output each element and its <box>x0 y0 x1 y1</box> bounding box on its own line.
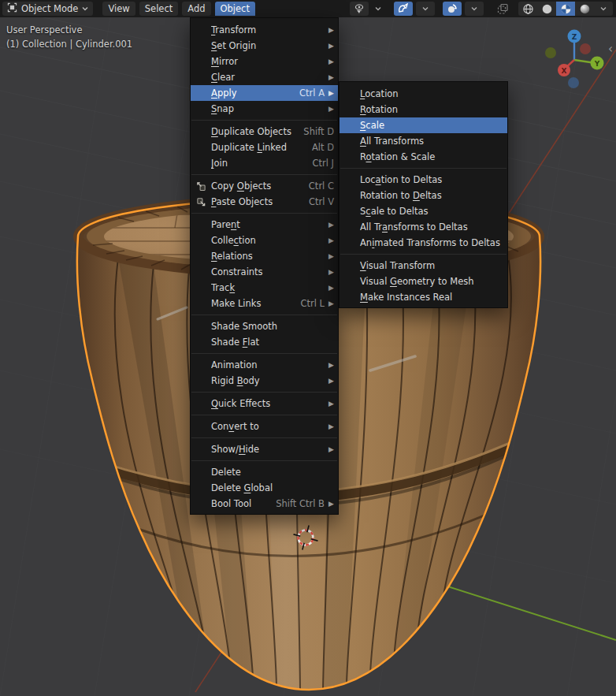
menu-item-location-to-deltas[interactable]: Location to Deltas <box>340 172 507 188</box>
menu-item-constraints[interactable]: Constraints▶ <box>191 264 338 280</box>
menu-item-label: Rotation to Deltas <box>360 190 503 201</box>
menu-item-label: All Transforms to Deltas <box>360 221 503 233</box>
menu-item-visual-geometry-to-mesh[interactable]: Visual Geometry to Mesh <box>340 274 507 289</box>
menu-separator <box>191 213 337 214</box>
shading-dropdown-chevron-icon[interactable] <box>594 2 613 16</box>
menu-add[interactable]: Add <box>182 2 210 16</box>
proportional-editing-icon[interactable] <box>443 2 462 16</box>
menu-item-label: Apply <box>211 87 288 99</box>
submenu-arrow-icon: ▶ <box>326 89 334 97</box>
menu-item-label: Rigid Body <box>211 375 325 386</box>
menu-item-set-origin[interactable]: Set Origin▶ <box>191 38 338 54</box>
pivot-dropdown-chevron-icon[interactable] <box>369 2 388 16</box>
wireframe-shading-icon[interactable] <box>518 2 537 16</box>
object-menu-panel: Transform▶Set Origin▶Mirror▶Clear▶ApplyC… <box>190 17 339 515</box>
submenu-arrow-icon: ▶ <box>326 105 334 113</box>
submenu-arrow-icon: ▶ <box>326 26 334 34</box>
menu-item-transform[interactable]: Transform▶ <box>191 22 338 38</box>
menu-view[interactable]: View <box>102 2 135 16</box>
menu-item-make-instances-real[interactable]: Make Instances Real <box>340 289 507 305</box>
menu-item-join[interactable]: JoinCtrl J <box>191 155 338 171</box>
pivot-point-icon[interactable] <box>350 2 369 16</box>
menu-item-visual-transform[interactable]: Visual Transform <box>340 258 507 274</box>
menu-item-label: Scale to Deltas <box>360 206 503 217</box>
menu-item-delete-global[interactable]: Delete Global <box>191 480 338 496</box>
menu-item-make-links[interactable]: Make LinksCtrl L▶ <box>191 296 338 311</box>
active-object-label: (1) Collection | Cylinder.001 <box>6 37 132 51</box>
menu-item-rotation[interactable]: Rotation <box>340 102 507 117</box>
rendered-shading-icon[interactable] <box>575 2 594 16</box>
menu-item-quick-effects[interactable]: Quick Effects▶ <box>191 396 338 411</box>
menu-item-rigid-body[interactable]: Rigid Body▶ <box>191 373 338 389</box>
menu-item-delete[interactable]: Delete <box>191 464 338 480</box>
menu-item-shortcut: Alt D <box>312 142 334 153</box>
menu-item-label: Clear <box>211 72 325 83</box>
menu-item-label: Paste Objects <box>211 196 298 207</box>
navigation-gizmo[interactable]: Z Y X <box>545 30 604 89</box>
menu-item-rotation-to-deltas[interactable]: Rotation to Deltas <box>340 188 507 203</box>
mode-selector-dropdown[interactable]: Object Mode <box>2 2 93 16</box>
menu-item-rotation-scale[interactable]: Rotation & Scale <box>340 149 507 165</box>
menu-item-location[interactable]: Location <box>340 86 507 102</box>
gizmo-minus-y-ball <box>545 47 556 58</box>
menu-item-parent[interactable]: Parent▶ <box>191 217 338 233</box>
menu-item-label: All Transforms <box>360 136 503 147</box>
menu-item-all-transforms[interactable]: All Transforms <box>340 133 507 149</box>
gizmo-minus-z-ball <box>568 77 579 88</box>
menu-object[interactable]: Object <box>215 2 255 16</box>
menu-item-label: Transform <box>211 24 325 35</box>
submenu-arrow-icon: ▶ <box>326 236 334 244</box>
menu-item-shortcut: Ctrl C <box>309 181 334 192</box>
menu-item-snap[interactable]: Snap▶ <box>191 101 338 117</box>
menu-item-apply[interactable]: ApplyCtrl A▶ <box>191 85 338 101</box>
snap-dropdown-chevron-icon[interactable] <box>416 2 435 16</box>
gizmo-z-label: Z <box>572 33 577 41</box>
menu-item-duplicate-objects[interactable]: Duplicate ObjectsShift D <box>191 124 338 140</box>
menu-item-shade-flat[interactable]: Shade Flat <box>191 334 338 350</box>
menu-select[interactable]: Select <box>139 2 178 16</box>
menu-item-scale[interactable]: Scale <box>340 117 507 133</box>
menu-item-paste-objects[interactable]: Paste ObjectsCtrl V <box>191 194 338 210</box>
menu-item-label: Scale <box>360 120 503 131</box>
menu-item-animated-transforms-to-deltas[interactable]: Animated Transforms to Deltas <box>340 235 507 251</box>
menu-item-relations[interactable]: Relations▶ <box>191 248 338 264</box>
gizmos-icon[interactable] <box>493 2 512 16</box>
menu-item-shortcut: Ctrl V <box>309 196 334 207</box>
falloff-dropdown-chevron-icon[interactable] <box>465 2 484 16</box>
menu-item-convert-to[interactable]: Convert to▶ <box>191 419 338 434</box>
menu-item-label: Make Instances Real <box>360 292 503 303</box>
menu-item-label: Mirror <box>211 56 325 67</box>
menu-item-label: Animated Transforms to Deltas <box>360 237 503 248</box>
menu-item-label: Constraints <box>211 266 325 277</box>
submenu-arrow-icon: ▶ <box>326 377 334 385</box>
menu-item-label: Rotation <box>360 104 503 115</box>
submenu-arrow-icon: ▶ <box>326 73 334 81</box>
menu-item-animation[interactable]: Animation▶ <box>191 357 338 373</box>
menu-item-bool-tool[interactable]: Bool ToolShift Ctrl B▶ <box>191 496 338 512</box>
apply-submenu-panel: LocationRotationScaleAll TransformsRotat… <box>339 81 508 308</box>
submenu-arrow-icon: ▶ <box>326 422 334 430</box>
snap-magnet-icon[interactable] <box>394 2 413 16</box>
menu-separator <box>191 460 337 461</box>
menu-item-collection[interactable]: Collection▶ <box>191 233 338 248</box>
object-mode-icon <box>7 2 17 15</box>
menu-separator <box>191 415 337 415</box>
menu-item-shortcut: Ctrl L <box>300 298 325 309</box>
menu-item-all-transforms-to-deltas[interactable]: All Transforms to Deltas <box>340 219 507 235</box>
menu-item-duplicate-linked[interactable]: Duplicate LinkedAlt D <box>191 140 338 155</box>
menu-item-copy-objects[interactable]: Copy ObjectsCtrl C <box>191 178 338 194</box>
menu-item-show-hide[interactable]: Show/Hide▶ <box>191 441 338 457</box>
menu-item-track[interactable]: Track▶ <box>191 280 338 296</box>
menu-item-label: Relations <box>211 251 325 262</box>
solid-shading-icon[interactable] <box>537 2 556 16</box>
material-shading-icon[interactable] <box>556 2 575 16</box>
menu-item-label: Location to Deltas <box>360 174 503 185</box>
menu-item-shade-smooth[interactable]: Shade Smooth <box>191 318 338 334</box>
menu-item-mirror[interactable]: Mirror▶ <box>191 54 338 69</box>
region-collapse-icon[interactable]: ‹ <box>608 42 613 56</box>
menu-item-clear[interactable]: Clear▶ <box>191 69 338 85</box>
menu-item-label: Location <box>360 88 503 99</box>
menu-item-label: Join <box>211 158 301 169</box>
menu-item-scale-to-deltas[interactable]: Scale to Deltas <box>340 203 507 219</box>
viewport-overlay-text: User Perspective (1) Collection | Cylind… <box>6 23 132 51</box>
